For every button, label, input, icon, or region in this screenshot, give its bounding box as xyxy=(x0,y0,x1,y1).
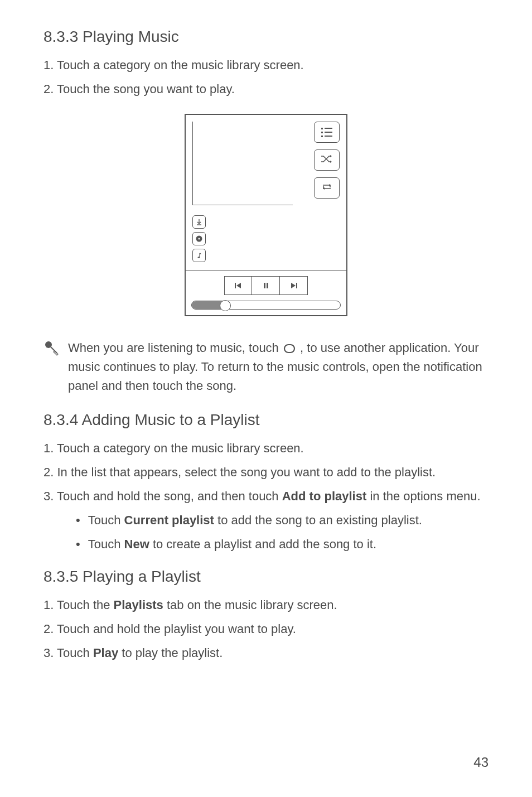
next-button[interactable] xyxy=(280,276,308,295)
bullet-834-2-after: to create a playlist and add the song to… xyxy=(149,537,376,551)
bullet-834-1-before: Touch xyxy=(88,513,124,527)
list-icon xyxy=(321,128,332,137)
step-835-3-before: 3. Touch xyxy=(43,646,93,660)
next-icon xyxy=(289,281,299,291)
progress-thumb[interactable] xyxy=(220,300,231,311)
step-833-1: 1. Touch a category on the music library… xyxy=(43,56,489,74)
repeat-button[interactable] xyxy=(314,177,340,199)
step-835-1-bold: Playlists xyxy=(114,598,163,612)
bullet-834-1-bold: Current playlist xyxy=(124,513,214,527)
previous-button[interactable] xyxy=(224,276,252,295)
step-835-3-bold: Play xyxy=(93,646,118,660)
shuffle-button[interactable] xyxy=(314,149,340,171)
svg-rect-5 xyxy=(267,283,268,288)
heading-834: 8.3.4 Adding Music to a Playlist xyxy=(43,411,489,429)
music-note-icon xyxy=(192,249,206,262)
step-834-3-after: in the options menu. xyxy=(366,489,480,503)
previous-icon xyxy=(233,281,243,291)
tip-text: When you are listening to music, touch ,… xyxy=(68,339,489,395)
phone-frame xyxy=(185,114,347,316)
shuffle-icon xyxy=(320,154,333,166)
step-834-3: 3. Touch and hold the song, and then tou… xyxy=(43,487,489,505)
step-835-1: 1. Touch the Playlists tab on the music … xyxy=(43,596,489,614)
step-833-2: 2. Touch the song you want to play. xyxy=(43,80,489,98)
download-icon xyxy=(192,215,206,229)
svg-rect-6 xyxy=(296,283,297,288)
svg-rect-8 xyxy=(284,345,294,352)
bullet-834-1: • Touch Current playlist to add the song… xyxy=(76,511,489,529)
svg-rect-4 xyxy=(264,283,265,288)
pause-icon xyxy=(261,281,271,291)
step-835-1-before: 1. Touch the xyxy=(43,598,114,612)
step-834-1: 1. Touch a category on the music library… xyxy=(43,439,489,457)
album-art-placeholder xyxy=(192,122,293,205)
svg-point-2 xyxy=(198,257,200,258)
bullet-dot: • xyxy=(76,535,80,553)
step-835-3-after: to play the playlist. xyxy=(118,646,223,660)
svg-point-1 xyxy=(199,238,200,240)
svg-rect-3 xyxy=(235,283,236,288)
step-835-2: 2. Touch and hold the playlist you want … xyxy=(43,620,489,638)
step-835-3: 3. Touch Play to play the playlist. xyxy=(43,644,489,662)
step-834-2: 2. In the list that appears, select the … xyxy=(43,463,489,481)
bullet-834-2-before: Touch xyxy=(88,537,124,551)
music-player-illustration xyxy=(43,114,489,316)
bullet-834-1-after: to add the song to an existing playlist. xyxy=(214,513,422,527)
step-835-1-after: tab on the music library screen. xyxy=(163,598,337,612)
bullet-834-2: • Touch New to create a playlist and add… xyxy=(76,535,489,553)
heading-833: 8.3.3 Playing Music xyxy=(43,28,489,46)
step-834-3-before: 3. Touch and hold the song, and then tou… xyxy=(43,489,282,503)
pause-button[interactable] xyxy=(252,276,280,295)
heading-835: 8.3.5 Playing a Playlist xyxy=(43,568,489,586)
playlist-button[interactable] xyxy=(314,122,340,143)
bullet-834-2-bold: New xyxy=(124,537,149,551)
repeat-icon xyxy=(320,182,333,194)
progress-bar[interactable] xyxy=(191,301,341,310)
page-number: 43 xyxy=(473,755,489,770)
disc-icon xyxy=(192,232,206,245)
home-icon xyxy=(282,342,297,355)
bullet-dot: • xyxy=(76,511,80,529)
tip-before: When you are listening to music, touch xyxy=(68,341,282,355)
step-834-3-bold: Add to playlist xyxy=(282,489,367,503)
tip-icon xyxy=(43,340,60,356)
